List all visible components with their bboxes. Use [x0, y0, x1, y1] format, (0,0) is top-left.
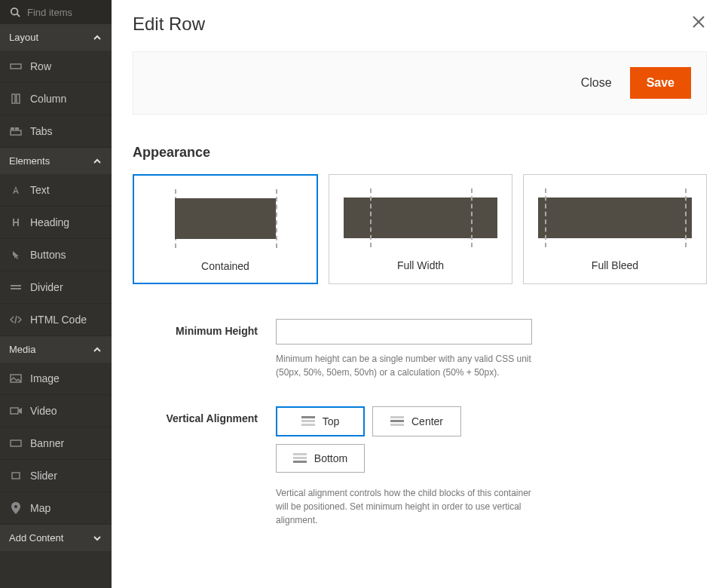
code-icon: [9, 313, 23, 326]
divider-icon: [9, 280, 23, 294]
valign-option-label: Bottom: [314, 452, 347, 464]
sidebar: Layout Row Column Tabs Elements Text Hea…: [0, 0, 112, 588]
appearance-label: Contained: [201, 260, 249, 272]
svg-rect-21: [301, 420, 315, 422]
banner-icon: [9, 436, 23, 450]
sidebar-item-map[interactable]: Map: [0, 492, 112, 525]
sidebar-item-label: Buttons: [30, 249, 66, 261]
svg-line-1: [17, 14, 20, 17]
valign-option-center[interactable]: Center: [372, 406, 461, 436]
sidebar-item-label: Divider: [30, 281, 63, 293]
svg-rect-15: [12, 473, 20, 479]
section-header-elements[interactable]: Elements: [0, 148, 112, 174]
search-icon: [9, 6, 21, 18]
search-bar: [0, 0, 112, 24]
svg-line-10: [15, 316, 17, 323]
sidebar-item-label: Image: [30, 372, 60, 384]
valign-option-label: Center: [411, 415, 443, 427]
sidebar-item-divider[interactable]: Divider: [0, 271, 112, 304]
sidebar-item-tabs[interactable]: Tabs: [0, 115, 112, 148]
sidebar-item-label: HTML Code: [30, 314, 87, 326]
heading-icon: [9, 216, 23, 229]
svg-rect-6: [15, 127, 19, 130]
svg-marker-13: [19, 408, 22, 414]
column-icon: [9, 92, 23, 106]
sidebar-item-label: Map: [30, 502, 50, 514]
minimum-height-input[interactable]: [276, 319, 532, 345]
appearance-preview-full-width: [337, 188, 504, 247]
svg-rect-25: [390, 424, 404, 426]
appearance-label: Full Width: [397, 259, 444, 271]
vertical-alignment-group: Top Center Bottom: [276, 406, 547, 473]
appearance-option-full-width[interactable]: Full Width: [329, 174, 512, 284]
action-bar: Close Save: [133, 51, 707, 115]
appearance-option-full-bleed[interactable]: Full Bleed: [523, 174, 707, 284]
chevron-up-icon: [92, 156, 102, 167]
sidebar-item-label: Text: [30, 184, 50, 196]
sidebar-item-video[interactable]: Video: [0, 395, 112, 427]
map-pin-icon: [9, 501, 23, 515]
sidebar-item-label: Column: [30, 93, 66, 105]
svg-rect-2: [11, 64, 21, 69]
appearance-section-title: Appearance: [112, 115, 728, 174]
svg-rect-20: [301, 416, 315, 418]
sidebar-item-image[interactable]: Image: [0, 363, 112, 395]
vertical-alignment-row: Vertical Alignment Top Center Bottom Ver…: [112, 393, 728, 541]
sidebar-item-slider[interactable]: Slider: [0, 460, 112, 492]
save-button[interactable]: Save: [630, 67, 691, 99]
image-icon: [9, 372, 23, 385]
search-input[interactable]: [27, 7, 95, 18]
chevron-up-icon: [92, 345, 102, 355]
buttons-icon: [9, 248, 23, 262]
section-header-layout[interactable]: Layout: [0, 24, 112, 51]
section-header-add-content[interactable]: Add Content: [0, 525, 112, 551]
valign-option-label: Top: [323, 415, 340, 427]
sidebar-item-label: Heading: [30, 216, 69, 228]
appearance-options: Contained Full Width Full Bleed: [112, 174, 728, 284]
svg-rect-14: [11, 440, 21, 446]
sidebar-item-html-code[interactable]: HTML Code: [0, 304, 112, 336]
minimum-height-help: Minimum height can be a single number wi…: [276, 352, 532, 379]
edit-row-panel: Edit Row Close Save Appearance Contained: [112, 0, 728, 588]
valign-option-bottom[interactable]: Bottom: [276, 444, 365, 473]
align-top-icon: [301, 416, 315, 427]
section-label: Layout: [9, 32, 38, 43]
sidebar-item-buttons[interactable]: Buttons: [0, 239, 112, 271]
valign-option-top[interactable]: Top: [276, 406, 365, 436]
svg-rect-26: [293, 453, 307, 455]
sidebar-item-label: Row: [30, 60, 51, 72]
appearance-option-contained[interactable]: Contained: [133, 174, 318, 284]
svg-rect-23: [390, 416, 404, 418]
video-icon: [9, 404, 23, 418]
close-icon[interactable]: [690, 14, 707, 30]
panel-title: Edit Row: [133, 14, 205, 35]
appearance-preview-contained: [142, 189, 309, 248]
align-bottom-icon: [293, 453, 307, 464]
section-header-media[interactable]: Media: [0, 336, 112, 363]
panel-header: Edit Row: [112, 0, 728, 44]
minimum-height-label: Minimum Height: [133, 319, 276, 337]
sidebar-item-label: Slider: [30, 470, 57, 482]
svg-rect-3: [12, 94, 15, 103]
text-icon: [9, 183, 23, 197]
svg-point-0: [11, 8, 18, 15]
vertical-alignment-label: Vertical Alignment: [133, 406, 276, 424]
chevron-up-icon: [92, 32, 102, 43]
sidebar-item-row[interactable]: Row: [0, 51, 112, 83]
sidebar-item-text[interactable]: Text: [0, 174, 112, 207]
sidebar-item-banner[interactable]: Banner: [0, 427, 112, 460]
close-button[interactable]: Close: [581, 76, 612, 90]
svg-rect-24: [390, 420, 404, 422]
slider-icon: [9, 469, 23, 482]
tabs-icon: [9, 124, 23, 138]
sidebar-item-label: Video: [30, 405, 57, 417]
section-label: Add Content: [9, 532, 63, 544]
section-label: Elements: [9, 155, 50, 167]
sidebar-item-column[interactable]: Column: [0, 83, 112, 115]
svg-rect-7: [11, 130, 21, 135]
sidebar-item-label: Tabs: [30, 125, 53, 137]
minimum-height-row: Minimum Height Minimum height can be a s…: [112, 305, 728, 393]
svg-rect-4: [17, 94, 20, 103]
appearance-label: Full Bleed: [592, 259, 638, 271]
sidebar-item-heading[interactable]: Heading: [0, 207, 112, 239]
